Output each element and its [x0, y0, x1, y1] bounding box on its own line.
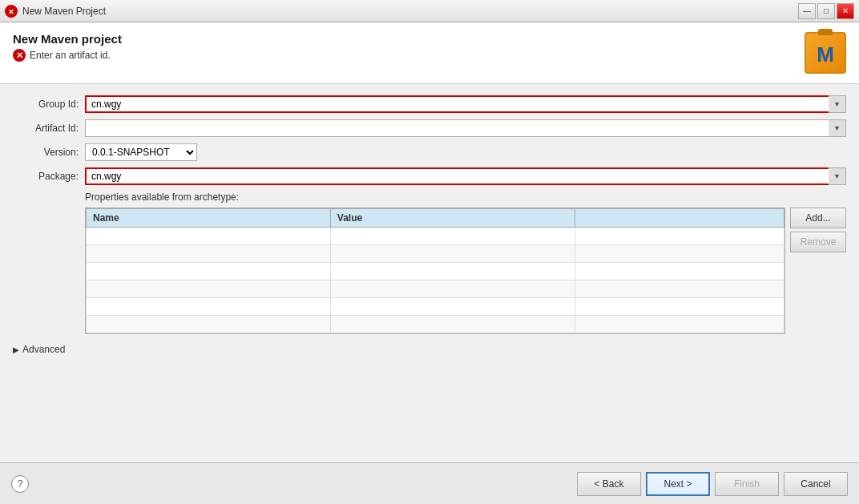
next-button[interactable]: Next >	[646, 472, 710, 496]
artifact-id-label: Artifact Id:	[13, 123, 85, 134]
logo-handle	[818, 29, 833, 35]
table-row	[87, 280, 784, 298]
package-dropdown[interactable]: ▼	[829, 167, 846, 185]
table-buttons: Add... Remove	[790, 208, 846, 252]
minimize-button[interactable]: —	[798, 3, 816, 19]
table-row	[87, 228, 784, 245]
back-button[interactable]: < Back	[577, 472, 641, 496]
finish-button[interactable]: Finish	[715, 472, 779, 496]
footer-buttons: < Back Next > Finish Cancel	[577, 472, 848, 496]
group-id-label: Group Id:	[13, 99, 85, 110]
package-input-wrap: ▼	[85, 167, 846, 185]
add-button[interactable]: Add...	[790, 208, 846, 228]
maximize-button[interactable]: □	[817, 3, 835, 19]
close-button[interactable]: ✕	[837, 3, 854, 19]
remove-button[interactable]: Remove	[790, 232, 846, 252]
error-text: Enter an artifact id.	[30, 50, 111, 61]
dialog-header: New Maven project ✕ Enter an artifact id…	[0, 22, 859, 84]
properties-table-wrap: Name Value	[85, 208, 785, 334]
dialog-footer: ? < Back Next > Finish Cancel	[0, 462, 859, 504]
package-row: Package: ▼	[13, 167, 846, 185]
svg-text:✕: ✕	[8, 8, 14, 16]
dialog-body: Group Id: ▼ Artifact Id: ▼ Version: 0.0.…	[0, 84, 859, 462]
package-input[interactable]	[85, 167, 846, 185]
logo-letter: M	[817, 42, 834, 67]
group-id-row: Group Id: ▼	[13, 95, 846, 113]
version-select-wrap: 0.0.1-SNAPSHOT	[85, 143, 197, 161]
app-icon: ✕	[5, 5, 18, 18]
advanced-label: Advanced	[22, 344, 65, 355]
package-label: Package:	[13, 171, 85, 182]
artifact-id-input-wrap: ▼	[85, 119, 846, 137]
title-bar: ✕ New Maven Project — □ ✕	[0, 0, 859, 22]
col-header-name: Name	[87, 209, 331, 228]
error-icon: ✕	[13, 49, 26, 62]
maven-logo: M	[805, 32, 846, 74]
artifact-id-row: Artifact Id: ▼	[13, 119, 846, 137]
col-header-value: Value	[330, 209, 575, 228]
advanced-section[interactable]: ▶ Advanced	[13, 341, 846, 358]
col-header-extra	[575, 209, 784, 228]
header-text: New Maven project ✕ Enter an artifact id…	[13, 32, 122, 62]
table-row	[87, 316, 784, 333]
table-row	[87, 263, 784, 280]
cancel-button[interactable]: Cancel	[784, 472, 848, 496]
properties-table: Name Value	[86, 208, 784, 333]
table-row	[87, 245, 784, 263]
group-id-input[interactable]	[85, 95, 846, 113]
version-select[interactable]: 0.0.1-SNAPSHOT	[85, 143, 197, 161]
dialog-title: New Maven project	[13, 32, 122, 46]
table-row	[87, 298, 784, 316]
artifact-id-input[interactable]	[85, 119, 846, 137]
group-id-input-wrap: ▼	[85, 95, 846, 113]
dialog: New Maven project ✕ Enter an artifact id…	[0, 22, 859, 504]
title-bar-title: New Maven Project	[22, 6, 106, 17]
table-section: Name Value Add..	[13, 208, 846, 334]
title-bar-left: ✕ New Maven Project	[5, 5, 106, 18]
version-row: Version: 0.0.1-SNAPSHOT	[13, 143, 846, 161]
version-label: Version:	[13, 147, 85, 158]
help-button[interactable]: ?	[11, 475, 29, 493]
group-id-dropdown[interactable]: ▼	[829, 95, 846, 113]
properties-label: Properties available from archetype:	[85, 192, 846, 203]
title-bar-controls: — □ ✕	[798, 3, 854, 19]
error-message-row: ✕ Enter an artifact id.	[13, 49, 122, 62]
advanced-arrow-icon: ▶	[13, 345, 19, 354]
artifact-id-dropdown[interactable]: ▼	[829, 119, 846, 137]
